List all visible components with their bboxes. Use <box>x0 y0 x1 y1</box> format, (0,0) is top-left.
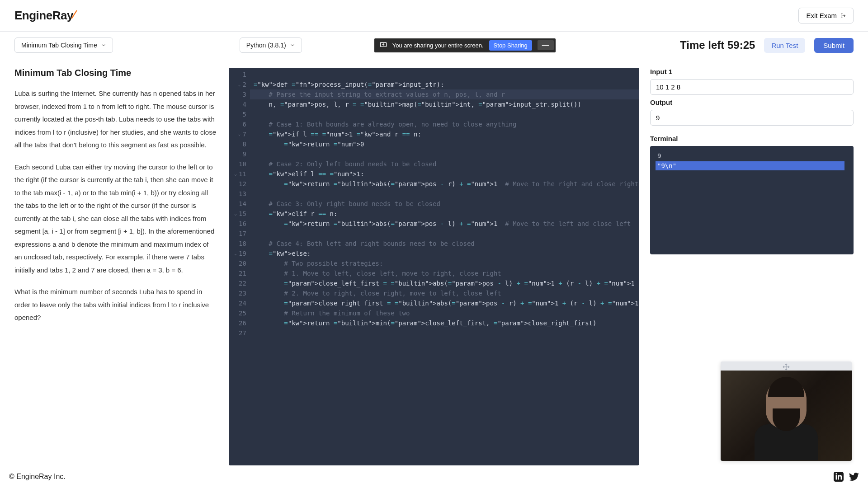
editor-code-area[interactable]: ="kw">def ="fn">process_input(="param">i… <box>250 68 639 465</box>
logo-text-b: y <box>67 9 73 23</box>
problem-dropdown[interactable]: Minimum Tab Closing Time <box>14 38 113 53</box>
language-dropdown-label: Python (3.8.1) <box>246 42 286 49</box>
twitter-icon[interactable] <box>849 472 859 482</box>
time-left: Time left 59:25 <box>680 39 755 52</box>
problem-dropdown-label: Minimum Tab Closing Time <box>21 42 97 49</box>
copyright: © EngineRay Inc. <box>9 473 66 481</box>
chevron-down-icon <box>101 42 106 48</box>
output-label: Output <box>650 99 854 106</box>
social-links <box>834 472 859 482</box>
problem-panel: Minimum Tab Closing Time Luba is surfing… <box>14 59 218 465</box>
problem-text: Luba is surfing the Internet. She curren… <box>14 87 218 324</box>
screen-share-text: You are sharing your entire screen. <box>392 42 484 49</box>
screen-share-icon <box>380 42 387 49</box>
stop-sharing-button[interactable]: Stop Sharing <box>489 40 532 51</box>
terminal-label: Terminal <box>650 135 854 142</box>
header: EngineRay⁄ Exit Exam <box>0 0 868 32</box>
footer: © EngineRay Inc. <box>0 465 868 488</box>
exit-exam-label: Exit Exam <box>806 12 837 19</box>
time-prefix: Time left <box>680 39 727 51</box>
terminal: 9 "9\n" <box>650 146 854 254</box>
screen-share-bar: You are sharing your entire screen. Stop… <box>374 38 556 52</box>
editor-gutter: 1⌄23456⌄78910⌄11121314⌄15161718⌄19202122… <box>229 68 250 465</box>
run-test-button[interactable]: Run Test <box>764 38 805 53</box>
linkedin-icon[interactable] <box>834 472 844 482</box>
webcam-feed <box>721 371 852 461</box>
submit-button[interactable]: Submit <box>814 38 854 53</box>
exit-icon <box>840 13 846 19</box>
terminal-line-selected: "9\n" <box>656 161 844 170</box>
time-value: 59:25 <box>727 39 755 51</box>
language-dropdown[interactable]: Python (3.8.1) <box>240 38 302 53</box>
code-editor[interactable]: 1⌄23456⌄78910⌄11121314⌄15161718⌄19202122… <box>229 68 639 465</box>
input-field[interactable] <box>650 79 854 95</box>
exit-exam-button[interactable]: Exit Exam <box>798 8 854 23</box>
chevron-down-icon <box>290 42 295 48</box>
webcam-panel[interactable] <box>721 361 852 461</box>
problem-paragraph: What is the minimum number of seconds Lu… <box>14 286 218 324</box>
output-field[interactable] <box>650 110 854 126</box>
problem-paragraph: Luba is surfing the Internet. She curren… <box>14 87 218 152</box>
logo-text-a: EngineRa <box>14 9 67 23</box>
problem-title: Minimum Tab Closing Time <box>14 68 218 78</box>
toolbar: Minimum Tab Closing Time Python (3.8.1) … <box>0 32 868 59</box>
input-label: Input 1 <box>650 68 854 75</box>
terminal-line: 9 <box>656 151 848 160</box>
minimize-share-button[interactable]: — <box>538 40 554 50</box>
logo-accent-icon: ⁄ <box>73 8 75 22</box>
problem-paragraph: Each second Luba can either try moving t… <box>14 161 218 277</box>
logo: EngineRay⁄ <box>14 9 75 23</box>
